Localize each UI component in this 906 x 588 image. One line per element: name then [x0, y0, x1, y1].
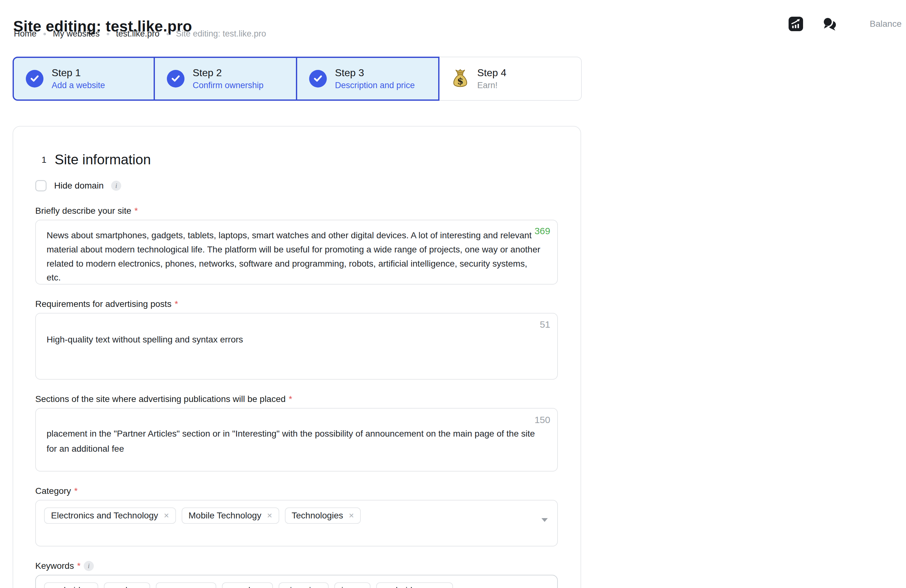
requirements-label: Requirements for advertising posts*	[35, 299, 558, 309]
keyword-tag: apple ×	[104, 582, 150, 588]
category-tag: Electronics and Technology ×	[44, 507, 176, 524]
step-title: Step 3	[335, 67, 415, 79]
category-label: Category*	[35, 486, 558, 496]
remove-tag-icon[interactable]: ×	[441, 586, 446, 588]
keywords-label: Keywords* i	[35, 561, 558, 571]
char-counter: 51	[540, 317, 550, 332]
keyword-tag-label: xiaomi	[286, 585, 311, 588]
required-asterisk: *	[289, 394, 292, 404]
check-circle-icon	[26, 70, 43, 88]
keyword-tag-label: android news	[383, 585, 436, 588]
requirements-textarea[interactable]: 51 High-quality text without spelling an…	[35, 313, 558, 379]
keyword-tag-label: android	[51, 585, 80, 588]
required-asterisk: *	[175, 299, 178, 309]
keyword-tag: android ×	[44, 582, 98, 588]
char-counter: 369	[534, 224, 550, 238]
hide-domain-label: Hide domain	[54, 181, 104, 191]
check-circle-icon	[309, 70, 327, 88]
step-subtitle: Add a website	[52, 81, 105, 90]
requirements-value: High-quality text without spelling and s…	[46, 332, 547, 347]
remove-tag-icon[interactable]: ×	[261, 586, 266, 588]
step-2-confirm-ownership[interactable]: Step 2 Confirm ownership	[155, 57, 297, 101]
hide-domain-row: Hide domain i	[35, 180, 558, 191]
svg-text:$: $	[457, 76, 463, 86]
sections-textarea[interactable]: 150 placement in the "Partner Articles" …	[35, 408, 558, 472]
breadcrumb-current: Site editing: test.like.pro	[176, 29, 266, 39]
category-tag-label: Electronics and Technology	[51, 511, 158, 521]
required-asterisk: *	[134, 206, 138, 216]
step-4-earn[interactable]: $ Step 4 Earn!	[439, 57, 582, 101]
describe-textarea[interactable]: 369 News about smartphones, gadgets, tab…	[35, 220, 558, 285]
step-1-add-website[interactable]: Step 1 Add a website	[13, 57, 155, 101]
keyword-tag-label: apple	[111, 585, 132, 588]
info-icon[interactable]: i	[84, 561, 94, 571]
category-tag-label: Technologies	[292, 511, 343, 521]
step-subtitle: Description and price	[335, 81, 415, 90]
breadcrumb-my-websites[interactable]: My websites	[53, 29, 100, 39]
keyword-tag: google ×	[222, 582, 273, 588]
category-tag: Mobile Technology ×	[182, 507, 279, 524]
step-subtitle: Confirm ownership	[193, 81, 263, 90]
info-icon[interactable]: i	[111, 181, 121, 191]
category-select[interactable]: Electronics and Technology × Mobile Tech…	[35, 500, 558, 547]
analytics-chart-icon[interactable]	[789, 17, 803, 31]
breadcrumb-site[interactable]: test.like.pro	[116, 29, 160, 39]
remove-tag-icon[interactable]: ×	[358, 586, 363, 588]
describe-value: News about smartphones, gadgets, tablets…	[46, 228, 541, 285]
keywords-input[interactable]: android × apple × samsung × google × xia…	[35, 575, 558, 588]
section-header: 1 Site information	[41, 152, 558, 167]
category-tag-label: Mobile Technology	[188, 511, 261, 521]
keyword-tag: samsung ×	[156, 582, 216, 588]
step-3-description-price[interactable]: Step 3 Description and price	[297, 57, 439, 101]
required-asterisk: *	[77, 561, 81, 571]
chat-messages-icon[interactable]	[822, 16, 837, 32]
remove-tag-icon[interactable]: ×	[164, 511, 169, 520]
breadcrumb: Home My websites test.like.pro Site edit…	[14, 29, 266, 39]
step-title: Step 4	[477, 67, 507, 79]
section-number: 1	[41, 155, 46, 165]
keyword-tag: android news ×	[376, 582, 453, 588]
balance-label[interactable]: Balance	[870, 19, 901, 29]
remove-tag-icon[interactable]: ×	[138, 586, 143, 588]
char-counter: 150	[534, 412, 550, 427]
check-circle-icon	[167, 70, 185, 88]
keyword-tag-label: ios	[341, 585, 353, 588]
breadcrumb-separator-icon	[43, 33, 46, 35]
keyword-tag: ios ×	[334, 582, 370, 588]
remove-tag-icon[interactable]: ×	[317, 586, 322, 588]
keyword-tag-label: samsung	[163, 585, 199, 588]
required-asterisk: *	[74, 486, 78, 496]
step-subtitle: Earn!	[477, 81, 507, 90]
section-title: Site information	[55, 152, 151, 167]
remove-tag-icon[interactable]: ×	[267, 511, 272, 520]
category-tag: Technologies ×	[285, 507, 361, 524]
keyword-tag-label: google	[229, 585, 255, 588]
chevron-down-icon[interactable]	[541, 518, 548, 522]
breadcrumb-home[interactable]: Home	[14, 29, 37, 39]
header-actions: Balance	[789, 16, 901, 32]
steps-bar: Step 1 Add a website Step 2 Confirm owne…	[13, 57, 582, 101]
describe-label: Briefly describe your site*	[35, 206, 558, 216]
breadcrumb-separator-icon	[166, 33, 169, 35]
remove-tag-icon[interactable]: ×	[204, 586, 209, 588]
site-information-card: 1 Site information Hide domain i Briefly…	[13, 126, 581, 588]
sections-label: Sections of the site where advertising p…	[35, 394, 558, 404]
breadcrumb-separator-icon	[107, 33, 109, 35]
sections-value: placement in the "Partner Articles" sect…	[46, 426, 545, 456]
step-title: Step 1	[52, 67, 105, 79]
remove-tag-icon[interactable]: ×	[86, 586, 91, 588]
hide-domain-checkbox[interactable]	[35, 180, 46, 191]
money-bag-icon: $	[451, 69, 469, 88]
step-title: Step 2	[193, 67, 263, 79]
keyword-tag: xiaomi ×	[279, 582, 329, 588]
remove-tag-icon[interactable]: ×	[349, 511, 354, 520]
